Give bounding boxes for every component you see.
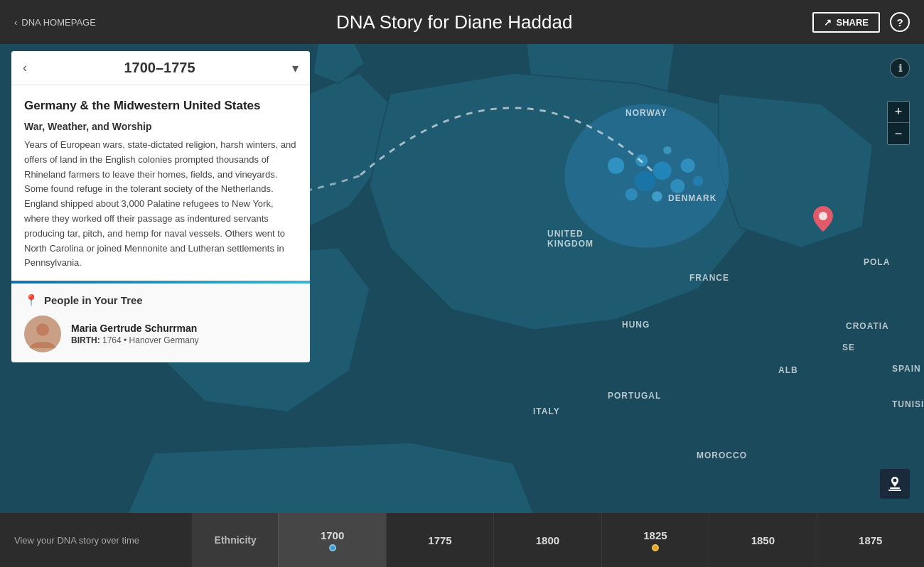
slot-year-1800: 1800 <box>536 534 559 546</box>
svg-point-12 <box>819 212 827 220</box>
header: ‹ DNA HOMEPAGE DNA Story for Diane Hadda… <box>0 0 924 44</box>
timeline-slot-1825[interactable]: 1825 <box>601 513 709 567</box>
bottom-view-label: View your DNA story over time <box>0 513 192 567</box>
svg-point-6 <box>652 191 662 201</box>
slot-year-1825: 1825 <box>643 529 667 541</box>
page-title: DNA Story for Diane Haddad <box>96 11 813 33</box>
svg-point-11 <box>635 171 655 191</box>
slot-year-1850: 1850 <box>751 534 775 546</box>
info-icon: ℹ <box>898 63 902 74</box>
svg-point-4 <box>653 161 672 180</box>
people-pin-icon: 📍 <box>24 293 38 307</box>
timeline-prev-button[interactable]: ‹ <box>23 60 27 75</box>
location-pin <box>813 206 833 234</box>
svg-rect-15 <box>888 490 901 491</box>
share-label: SHARE <box>836 17 869 28</box>
share-icon: ↗ <box>824 17 832 28</box>
ethnicity-label: Ethnicity <box>215 534 257 546</box>
slot-dot-1825 <box>652 544 659 551</box>
story-region: Germany & the Midwestern United States <box>24 98 297 114</box>
slot-year-1775: 1775 <box>428 534 451 546</box>
timeline-slot-1875[interactable]: 1875 <box>817 513 924 567</box>
back-label: DNA HOMEPAGE <box>21 17 96 28</box>
timeline-slot-1775[interactable]: 1775 <box>386 513 493 567</box>
timeline-period: 1700–1775 <box>124 60 195 76</box>
header-actions: ↗ SHARE ? <box>812 12 910 33</box>
slot-year-1700: 1700 <box>321 529 344 541</box>
slot-dot-1700 <box>329 544 336 551</box>
person-info: Maria Gertrude Schurrman BIRTH: 1764 • H… <box>71 323 297 345</box>
left-panel: ‹ 1700–1775 ▾ Germany & the Midwestern U… <box>11 51 310 362</box>
back-arrow-icon: ‹ <box>14 17 17 28</box>
share-button[interactable]: ↗ SHARE <box>812 12 880 33</box>
person-pin-icon <box>887 476 903 492</box>
birth-value: 1764 • Hanover Germany <box>102 335 199 345</box>
svg-point-16 <box>36 323 49 336</box>
story-subtitle: War, Weather, and Worship <box>24 121 297 132</box>
svg-rect-14 <box>890 487 900 489</box>
timeline-slot-1850[interactable]: 1850 <box>709 513 816 567</box>
svg-point-13 <box>893 479 897 482</box>
story-content: Germany & the Midwestern United States W… <box>11 85 310 281</box>
people-section: 📍 People in Your Tree Maria Gertrude Sch… <box>11 284 310 362</box>
person-birth: BIRTH: 1764 • Hanover Germany <box>71 335 297 345</box>
svg-point-8 <box>693 176 703 186</box>
timeline-slot-1800[interactable]: 1800 <box>493 513 601 567</box>
timeline-slot-1700[interactable]: 1700 <box>278 513 385 567</box>
map-info-button[interactable]: ℹ <box>890 58 910 78</box>
person-pin-button[interactable] <box>880 469 910 499</box>
timeline-slots: Ethnicity 1700 1775 1800 1825 1850 1875 <box>192 513 924 567</box>
back-nav[interactable]: ‹ DNA HOMEPAGE <box>14 17 96 28</box>
svg-point-5 <box>670 179 684 193</box>
person-avatar <box>24 315 61 352</box>
birth-label: BIRTH: <box>71 335 100 345</box>
svg-point-7 <box>625 188 638 200</box>
svg-point-9 <box>681 158 695 173</box>
person-row: Maria Gertrude Schurrman BIRTH: 1764 • H… <box>24 315 297 352</box>
person-name: Maria Gertrude Schurrman <box>71 323 297 334</box>
people-section-label: People in Your Tree <box>44 294 143 306</box>
timeline-header: ‹ 1700–1775 ▾ <box>11 51 310 85</box>
zoom-controls: + − <box>887 101 910 145</box>
slot-year-1875: 1875 <box>859 534 882 546</box>
zoom-out-button[interactable]: − <box>888 123 909 144</box>
help-icon: ? <box>896 16 903 28</box>
svg-point-10 <box>663 146 672 155</box>
help-button[interactable]: ? <box>890 12 910 32</box>
ethnicity-slot[interactable]: Ethnicity <box>192 513 278 567</box>
bottom-bar: View your DNA story over time Ethnicity … <box>0 513 924 567</box>
timeline-dropdown-button[interactable]: ▾ <box>292 60 299 76</box>
people-header: 📍 People in Your Tree <box>24 293 297 307</box>
svg-point-2 <box>608 158 624 174</box>
story-body: Years of European wars, state-dictated r… <box>24 138 297 271</box>
zoom-in-button[interactable]: + <box>888 102 909 123</box>
